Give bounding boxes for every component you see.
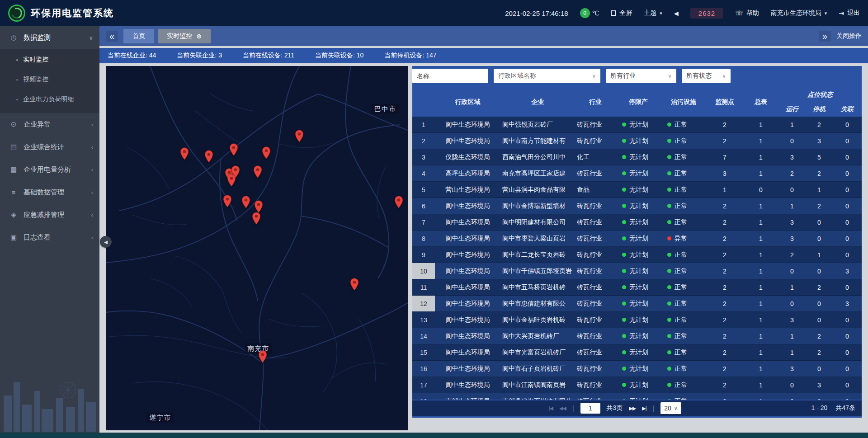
map-pin[interactable] [229, 143, 238, 158]
logout-button[interactable]: ⇥ 退出 [839, 9, 860, 17]
page-number-input[interactable] [580, 403, 600, 414]
table-row[interactable]: 3仪陇生态环境局西南油气田分公司川中化工无计划正常71350 [412, 149, 862, 165]
sidebar-subitem[interactable]: ·企业电力负荷明细 [0, 89, 99, 109]
region-filter-select[interactable]: 行政区域名称 ∨ [494, 69, 600, 83]
map-pin[interactable] [350, 278, 359, 292]
table-row[interactable]: 9阆中生态环境局阆中市二龙长宝页岩砖砖瓦行业无计划正常21210 [412, 247, 862, 263]
table-row[interactable]: 2阆中生态环境局阆中市南方节能建材有砖瓦行业无计划正常21030 [412, 133, 862, 149]
prev-page-button[interactable]: ◀◀ [559, 405, 566, 411]
map-collapse-button[interactable]: ◀ [100, 236, 112, 248]
cell-seq: 15 [412, 344, 435, 360]
status-dot [667, 220, 671, 224]
table-row[interactable]: 15阆中生态环境局阆中市光富页岩机砖厂砖瓦行业无计划正常21120 [412, 344, 862, 361]
sidebar-group-item[interactable]: ▤企业综合统计‹ [0, 136, 99, 158]
cell-company: 阆中市枣碧大梁山页岩 [500, 231, 575, 246]
industry-filter-select[interactable]: 所有行业 ∨ [606, 69, 676, 83]
status-dot [622, 139, 626, 143]
table-row[interactable]: 8阆中生态环境局阆中市枣碧大梁山页岩砖瓦行业无计划异常21300 [412, 231, 862, 247]
sidebar-group-icon: ▤ [9, 143, 18, 151]
status-filter-select[interactable]: 所有状态 ∨ [682, 69, 731, 83]
table-row[interactable]: 17阆中生态环境局阆中市江南镇阆南页岩砖瓦行业无计划正常21030 [412, 377, 862, 393]
map-panel[interactable]: 巴中市南充市遂宁市 [106, 66, 408, 430]
cell-lost: 0 [833, 214, 862, 230]
cell-points: 2 [706, 328, 743, 344]
map-pin[interactable] [223, 195, 232, 209]
table-row[interactable]: 13阆中生态环境局阆中市金福旺页岩机砖砖瓦行业无计划正常21300 [412, 312, 862, 328]
chevron-down-icon: ∨ [722, 73, 726, 79]
status-dot [622, 350, 626, 354]
stat-value: 147 [426, 52, 436, 59]
sidebar-group-item[interactable]: ⊙企业异常‹ [0, 113, 99, 136]
map-pin[interactable] [227, 174, 236, 188]
cell-meters: 1 [743, 312, 778, 328]
cell-lost: 0 [833, 165, 862, 181]
table-row[interactable]: 18南部生态环境局南部县建兴页岩砖有限公砖瓦行业无计划正常21003 [412, 393, 862, 400]
map-pin[interactable] [252, 212, 261, 226]
map-pin[interactable] [295, 130, 304, 144]
last-page-button[interactable]: ▶| [642, 405, 646, 411]
cell-running: 3 [778, 149, 806, 165]
cell-points: 2 [706, 312, 743, 328]
tabs-scroll-left-button[interactable]: « [106, 31, 118, 42]
map-pin[interactable] [394, 196, 403, 210]
first-page-button[interactable]: |◀ [549, 405, 553, 411]
chevron-left-icon: ‹ [91, 121, 93, 128]
table-row[interactable]: 7阆中生态环境局阆中明阳建材有限公司砖瓦行业无计划正常21300 [412, 214, 862, 231]
tab-item[interactable]: 首页 [123, 29, 154, 43]
table-row[interactable]: 4高坪生态环境局南充市高坪区王家店建砖瓦行业无计划正常31220 [412, 165, 862, 182]
table-row[interactable]: 11阆中生态环境局阆中市五马桥页岩机砖砖瓦行业无计划正常21120 [412, 279, 862, 296]
chevron-left-icon: ‹ [91, 189, 93, 196]
sidebar-group-label: 基础数据管理 [24, 188, 91, 197]
map-pin[interactable] [253, 165, 262, 180]
sidebar-subitem[interactable]: ·实时监控 [0, 50, 99, 70]
cell-meters: 1 [743, 231, 778, 246]
close-icon[interactable]: ⊗ [196, 33, 202, 40]
map-pin[interactable] [180, 147, 189, 162]
fullscreen-button[interactable]: 全屏 [611, 9, 632, 17]
sidebar-group-item[interactable]: ≡基础数据管理‹ [0, 181, 99, 203]
table-row[interactable]: 6阆中生态环境局阆中市金博瑞新型墙材砖瓦行业无计划正常21120 [412, 198, 862, 214]
tabs-scroll-right-button[interactable]: » [819, 31, 831, 42]
map-pin[interactable] [204, 150, 213, 165]
sidebar-group-label: 应急减排管理 [24, 211, 91, 219]
table-row[interactable]: 1阆中生态环境局阆中强锐页岩砖厂砖瓦行业无计划正常21120 [412, 117, 862, 133]
table-row[interactable]: 5营山生态环境局营山县润丰肉食品有限食品无计划正常10010 [412, 182, 862, 198]
table-row[interactable]: 10阆中生态环境局阆中市千佛镇五郎垭页岩砖瓦行业无计划正常21003 [412, 263, 862, 279]
status-dot [622, 301, 626, 306]
map-pin[interactable] [258, 350, 267, 365]
sidebar-group-item[interactable]: ◈应急减排管理‹ [0, 203, 99, 226]
cell-points: 2 [706, 263, 743, 279]
column-header-facility: 治污设施 [661, 88, 706, 117]
cell-running: 2 [778, 247, 806, 263]
cell-meters: 1 [743, 344, 778, 360]
table-row[interactable]: 12阆中生态环境局阆中市忠信建材有限公砖瓦行业无计划正常21003 [412, 296, 862, 312]
theme-dropdown[interactable]: 主题 ▾ [644, 9, 662, 17]
close-operations-button[interactable]: 关闭操作 [836, 32, 862, 40]
table-row[interactable]: 16阆中生态环境局阆中市石子页岩机砖厂砖瓦行业无计划正常21300 [412, 361, 862, 377]
cell-lost: 3 [833, 296, 862, 311]
sidebar-subitem[interactable]: ·视频监控 [0, 70, 99, 89]
sidebar-group-item[interactable]: ▦企业用电量分析‹ [0, 158, 99, 181]
cell-running: 0 [778, 393, 806, 400]
cell-company: 阆中市江南镇阆南页岩 [500, 377, 575, 393]
name-filter-input[interactable] [412, 69, 488, 83]
help-button[interactable]: ☏ 帮助 [735, 9, 759, 17]
cell-stopped: 2 [806, 279, 833, 295]
total-count-label: 共47条 [835, 404, 855, 412]
stat-item: 当前停机设备: 147 [384, 52, 436, 60]
tab-active[interactable]: 实时监控⊗ [158, 29, 211, 43]
sidebar-group-item[interactable]: ◷数据监测∨ [0, 26, 99, 49]
next-page-button[interactable]: ▶▶ [629, 405, 636, 411]
cell-region: 仪陇生态环境局 [435, 149, 500, 165]
table-row[interactable]: 14阆中生态环境局阆中大兴页岩机砖厂砖瓦行业无计划正常21120 [412, 328, 862, 344]
status-dot [667, 285, 671, 289]
map-pin[interactable] [241, 196, 250, 210]
column-group-point-status: 点位状态 运行 停机 失联 [778, 88, 862, 117]
map-pin[interactable] [262, 146, 271, 161]
skyline-decoration [0, 364, 99, 432]
cell-region: 阆中生态环境局 [435, 247, 500, 263]
org-dropdown[interactable]: 南充市生态环境局 ▾ [771, 9, 827, 17]
speaker-icon[interactable]: ◀ [674, 10, 679, 17]
page-size-select[interactable]: 20 ∨ [660, 402, 681, 414]
sidebar-group-item[interactable]: ▣日志查看‹ [0, 226, 99, 249]
